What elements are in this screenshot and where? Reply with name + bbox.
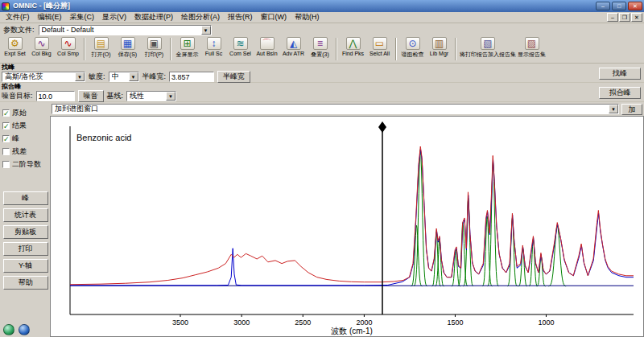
menu-file[interactable]: 文件(F) (2, 11, 34, 23)
display-options-sidebar: 原始 结果 峰 残差 二阶导数 峰统计表剪贴板打印Y-轴帮助 (0, 102, 50, 337)
toolbar-separator (455, 38, 456, 60)
open-folder-icon: ▤ (94, 37, 109, 50)
mdi-minimize-button[interactable]: – (607, 13, 618, 22)
clipboard-button[interactable]: 剪贴板 (3, 225, 48, 239)
spectrum-plot-area[interactable]: 350030002500200015001000波数 (cm-1)Benzoni… (50, 116, 644, 337)
toolbar-separator (395, 38, 397, 60)
chevron-down-icon[interactable]: ▼ (129, 72, 138, 81)
view-report-icon: ▨ (525, 37, 539, 50)
print-button[interactable]: ▣ 打印(P) (141, 37, 167, 59)
help-button[interactable]: 帮助 (3, 276, 48, 290)
chevron-down-icon[interactable]: ▼ (75, 72, 85, 81)
checkbox-icon[interactable] (2, 135, 10, 142)
peak-shape-combobox[interactable]: 高斯/洛伦茨 ▼ (2, 72, 85, 82)
region-cursor-handle[interactable] (378, 121, 386, 133)
find-peaks-section-label: 找峰 (2, 64, 642, 71)
collect-sample-button[interactable]: ∿ Col Smp (55, 37, 81, 56)
checkbox-icon[interactable] (2, 148, 10, 155)
fwhm-button[interactable]: 半峰宽 (217, 71, 250, 83)
full-scale-button[interactable]: ↕ Full Sc (200, 37, 227, 56)
checkbox-peaks[interactable]: 峰 (2, 132, 48, 145)
view-report-button[interactable]: ▨ 显示报告集 (517, 37, 547, 59)
save-icon: ▦ (121, 37, 135, 50)
menu-help[interactable]: 帮助(H) (291, 11, 324, 23)
checkbox-original[interactable]: 原始 (2, 106, 48, 119)
menu-view[interactable]: 显示(V) (98, 11, 130, 23)
checkbox-second-derivative[interactable]: 二阶导数 (2, 158, 48, 171)
checkbox-residual[interactable]: 残差 (2, 145, 48, 158)
auto-baseline-button[interactable]: ⌒ Aut Bsln (254, 37, 280, 56)
series-original-line (70, 146, 634, 285)
fwhm-label: 半峰宽: (142, 72, 167, 82)
menu-process[interactable]: 数据处理(P) (130, 11, 177, 23)
fitted-peak-curve (436, 239, 444, 286)
collect-sample-icon: ∿ (61, 37, 76, 50)
sensitivity-combobox[interactable]: 中 ▼ (109, 72, 139, 82)
fitted-peak-curve (464, 198, 473, 286)
checkbox-result[interactable]: 结果 (2, 119, 48, 132)
find-peaks-action-button[interactable]: 找峰 (599, 68, 641, 80)
mdi-close-button[interactable]: ✕ (631, 13, 642, 22)
noise-target-input[interactable] (36, 91, 75, 101)
fit-peaks-section-label: 拟合峰 (2, 83, 642, 90)
omnic-app-icon (2, 2, 10, 10)
fit-peaks-action-button[interactable]: 拟合峰 (599, 87, 641, 99)
find-peaks-section: 找峰 高斯/洛伦茨 ▼ 敏度: 中 ▼ 半峰宽: 半峰宽 找峰 (0, 64, 644, 83)
spectrum-chart: 350030002500200015001000波数 (cm-1)Benzoni… (51, 117, 643, 336)
menu-window[interactable]: 窗口(W) (257, 11, 291, 23)
noise-button[interactable]: 噪音 (78, 90, 104, 102)
stack-spectra-button[interactable]: ≡ 叠置(3) (307, 37, 333, 59)
x-tick-label: 2500 (295, 319, 311, 327)
maximize-button[interactable]: □ (612, 2, 626, 10)
menu-analyze[interactable]: 绘图分析(A) (177, 11, 224, 23)
chevron-down-icon[interactable]: ▼ (201, 26, 211, 35)
chevron-down-icon[interactable]: ▼ (609, 105, 618, 113)
peaks-table-button[interactable]: 峰 (3, 191, 48, 205)
checkbox-icon[interactable] (2, 122, 10, 129)
menu-collect[interactable]: 采集(C) (66, 11, 99, 23)
select-all-button[interactable]: ▭ Selct All (366, 37, 393, 56)
print-result-button[interactable]: 打印 (3, 242, 48, 256)
find-peaks-button[interactable]: ⋀ Find Pks (340, 37, 366, 56)
close-button[interactable]: ✕ (628, 2, 642, 10)
spectrum-inspect-button[interactable]: ⊙ 谱图检查 (399, 37, 426, 59)
parameter-file-combobox[interactable]: Default - Default ▼ (39, 25, 212, 35)
sensitivity-label: 敏度: (89, 72, 105, 82)
collect-background-button[interactable]: ∿ Col Bkg (28, 37, 55, 56)
add-to-window-combobox[interactable]: 加到谱图窗口 ▼ (52, 104, 619, 114)
library-manager-button[interactable]: ▥ Lib Mgr (426, 37, 452, 56)
x-tick-label: 2000 (356, 319, 372, 327)
common-scale-icon: ≋ (233, 37, 248, 50)
noise-target-label: 噪音目标: (2, 91, 33, 101)
parameter-file-value: Default - Default (42, 26, 201, 34)
select-all-icon: ▭ (373, 37, 387, 50)
app-icon-blue[interactable] (19, 324, 30, 335)
checkbox-icon[interactable] (2, 109, 10, 117)
chart-target-bar: 加到谱图窗口 ▼ 加 (50, 102, 644, 116)
menu-report[interactable]: 报告(R) (224, 11, 257, 23)
printer-icon: ▣ (147, 37, 162, 50)
add-to-report-button[interactable]: ▧ 将打印报告加入报告集 (459, 37, 517, 59)
x-tick-label: 3500 (172, 319, 188, 327)
y-axis-button[interactable]: Y-轴 (3, 259, 48, 273)
full-scale-icon: ↕ (207, 37, 221, 50)
mdi-window-controls: – ❐ ✕ (607, 13, 644, 22)
advanced-atr-icon: ◭ (287, 37, 301, 50)
checkbox-icon[interactable] (2, 161, 10, 168)
app-icon-green[interactable] (3, 324, 14, 335)
fwhm-input[interactable] (169, 72, 214, 82)
common-scale-button[interactable]: ≋ Com Sel (227, 37, 254, 56)
minimize-button[interactable]: – (596, 2, 610, 10)
baseline-type-combobox[interactable]: 线性 ▼ (126, 91, 176, 101)
statistics-button[interactable]: 统计表 (3, 208, 48, 222)
full-screen-display-button[interactable]: ⊞ 全屏显示 (174, 37, 200, 59)
experiment-setup-button[interactable]: ⚙ Expt Set (2, 37, 28, 56)
mdi-restore-button[interactable]: ❐ (619, 13, 630, 22)
open-button[interactable]: ▤ 打开(O) (88, 37, 114, 59)
x-tick-label: 3000 (233, 319, 250, 327)
chevron-down-icon[interactable]: ▼ (166, 92, 175, 101)
menu-edit[interactable]: 编辑(E) (34, 11, 66, 23)
save-button[interactable]: ▦ 保存(S) (114, 37, 141, 59)
add-button[interactable]: 加 (621, 104, 642, 115)
advanced-atr-button[interactable]: ◭ Adv ATR (280, 37, 307, 56)
